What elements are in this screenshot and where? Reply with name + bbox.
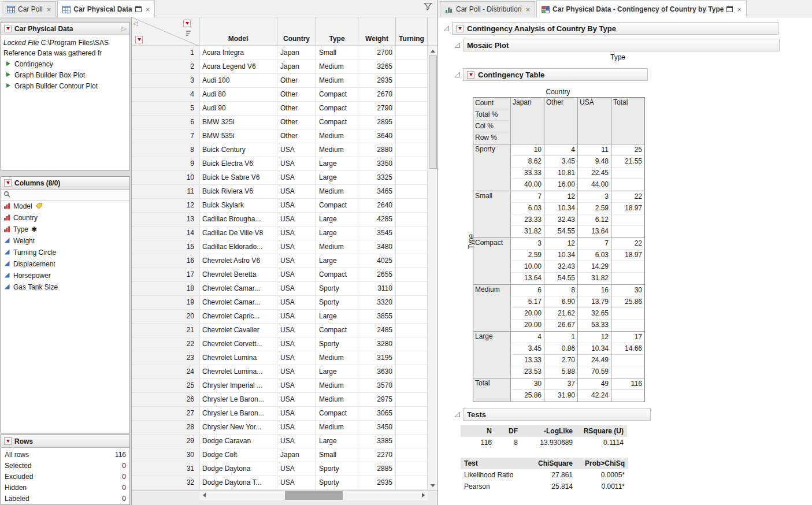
horizontal-scroll-track[interactable] — [209, 491, 418, 500]
grid-col-header-model[interactable]: Model — [199, 17, 277, 46]
filter-funnel-icon[interactable] — [424, 2, 432, 12]
grid-cell[interactable]: 2895 — [358, 116, 396, 129]
grid-cell[interactable] — [396, 407, 428, 421]
grid-cell[interactable]: Large — [316, 435, 358, 448]
row-number[interactable]: 3 — [132, 74, 199, 88]
grid-cell[interactable]: Medium — [316, 240, 358, 254]
table-row[interactable]: 28Chrysler New Yor...USAMedium3450 — [132, 421, 428, 435]
grid-cell[interactable]: Chevrolet Corvett... — [199, 337, 277, 351]
grid-cell[interactable] — [396, 88, 428, 102]
grid-cell[interactable]: Chrysler Le Baron... — [199, 393, 277, 407]
table-row[interactable]: 25Chrysler Imperial ...USAMedium3570 — [132, 379, 428, 393]
horizontal-scroll-thumb[interactable] — [285, 491, 343, 500]
grid-cell[interactable] — [396, 199, 428, 213]
grid-cell[interactable]: Chevrolet Camar... — [199, 282, 277, 296]
grid-cell[interactable]: 3280 — [358, 337, 396, 351]
table-row[interactable]: 16Chevrolet Astro V6USALarge4025 — [132, 254, 428, 268]
column-item-turning-circle[interactable]: Turning Circle — [1, 247, 129, 258]
grid-cell[interactable] — [396, 421, 428, 435]
maximize-icon[interactable] — [726, 6, 733, 12]
grid-cell[interactable]: 3385 — [358, 435, 396, 448]
grid-cell[interactable]: Cadillac De Ville V8 — [199, 226, 277, 240]
rows-stat-3[interactable]: Hidden0 — [5, 482, 126, 493]
grid-cell[interactable]: Small — [316, 46, 358, 60]
row-number[interactable]: 22 — [132, 337, 199, 351]
table-row[interactable]: 5Audi 90OtherCompact2790 — [132, 102, 428, 116]
disclosure-open-icon[interactable] — [454, 71, 461, 78]
grid-cell[interactable]: Medium — [316, 421, 358, 435]
grid-cell[interactable]: Cadillac Eldorado... — [199, 240, 277, 254]
grid-cell[interactable]: USA — [277, 143, 316, 157]
grid-cell[interactable]: USA — [277, 310, 316, 324]
columns-menu-icon[interactable] — [183, 20, 191, 27]
grid-cell[interactable] — [396, 462, 428, 476]
grid-cell[interactable]: 3480 — [358, 240, 396, 254]
row-number[interactable]: 28 — [132, 421, 199, 435]
grid-cell[interactable]: Other — [277, 116, 316, 129]
grid-cell[interactable]: Large — [316, 254, 358, 268]
grid-cell[interactable]: Buick Century — [199, 143, 277, 157]
grid-cell[interactable] — [396, 102, 428, 116]
row-number[interactable]: 7 — [132, 129, 199, 143]
grid-cell[interactable] — [396, 129, 428, 143]
table-row[interactable]: 23Chevrolet LuminaUSAMedium3195 — [132, 351, 428, 365]
scroll-down-icon[interactable] — [428, 481, 437, 490]
row-number[interactable]: 2 — [132, 60, 199, 74]
grid-cell[interactable]: Chevrolet Lumina... — [199, 365, 277, 379]
grid-cell[interactable] — [396, 268, 428, 282]
column-item-displacement[interactable]: Displacement — [1, 258, 129, 270]
columns-search-input[interactable] — [1, 190, 129, 200]
rows-stat-2[interactable]: Excluded0 — [5, 471, 126, 482]
rows-stat-0[interactable]: All rows116 — [5, 449, 126, 460]
row-number[interactable]: 30 — [132, 448, 199, 462]
grid-cell[interactable]: 3855 — [358, 310, 396, 324]
grid-cell[interactable]: 2655 — [358, 268, 396, 282]
grid-cell[interactable]: 3640 — [358, 129, 396, 143]
grid-cell[interactable]: USA — [277, 407, 316, 421]
grid-cell[interactable]: Medium — [316, 351, 358, 365]
grid-cell[interactable] — [396, 393, 428, 407]
grid-cell[interactable] — [396, 157, 428, 171]
row-number[interactable]: 15 — [132, 240, 199, 254]
grid-cell[interactable]: USA — [277, 421, 316, 435]
red-triangle-menu-icon[interactable] — [467, 71, 474, 79]
grid-cell[interactable]: 2700 — [358, 46, 396, 60]
row-number[interactable]: 18 — [132, 282, 199, 296]
row-number[interactable]: 6 — [132, 116, 199, 129]
vertical-scroll-thumb[interactable] — [429, 55, 437, 169]
grid-cell[interactable]: Medium — [316, 60, 358, 74]
close-icon[interactable]: × — [525, 5, 530, 14]
grid-cell[interactable] — [396, 324, 428, 337]
row-number[interactable]: 20 — [132, 310, 199, 324]
grid-cell[interactable]: Chrysler Imperial ... — [199, 379, 277, 393]
row-number[interactable]: 23 — [132, 351, 199, 365]
table-script-2[interactable]: Graph Builder Contour Plot — [3, 80, 127, 91]
table-row[interactable]: 31Dodge DaytonaUSASporty2885 — [132, 462, 428, 476]
table-row[interactable]: 27Chrysler Le Baron...USACompact3065 — [132, 407, 428, 421]
grid-cell[interactable]: 2670 — [358, 88, 396, 102]
grid-cell[interactable]: 3065 — [358, 407, 396, 421]
mosaic-title-bar[interactable]: Mosaic Plot — [463, 39, 780, 51]
table-row[interactable]: 13Cadillac Brougha...USALarge4285 — [132, 213, 428, 226]
grid-cell[interactable] — [396, 143, 428, 157]
grid-cell[interactable]: Compact — [316, 324, 358, 337]
script-run-icon[interactable] — [6, 59, 11, 69]
table-row[interactable]: 24Chevrolet Lumina...USALarge3630 — [132, 365, 428, 379]
grid-cell[interactable]: Chevrolet Camar... — [199, 296, 277, 310]
grid-cell[interactable]: 2270 — [358, 448, 396, 462]
grid-cell[interactable]: USA — [277, 213, 316, 226]
table-row[interactable]: 11Buick Riviera V6USAMedium3465 — [132, 185, 428, 199]
grid-cell[interactable] — [396, 282, 428, 296]
row-number[interactable]: 19 — [132, 296, 199, 310]
grid-cell[interactable] — [396, 74, 428, 88]
row-number[interactable]: 16 — [132, 254, 199, 268]
rows-menu-icon[interactable] — [135, 36, 143, 43]
grid-cell[interactable]: Chevrolet Beretta — [199, 268, 277, 282]
table-row[interactable]: 18Chevrolet Camar...USASporty3110 — [132, 282, 428, 296]
grid-cell[interactable]: Acura Legend V6 — [199, 60, 277, 74]
right-tab-1[interactable]: Car Physical Data - Contingency of Count… — [536, 1, 747, 17]
column-item-horsepower[interactable]: Horsepower — [1, 270, 129, 281]
grid-cell[interactable] — [396, 60, 428, 74]
row-number[interactable]: 24 — [132, 365, 199, 379]
grid-cell[interactable] — [396, 171, 428, 185]
